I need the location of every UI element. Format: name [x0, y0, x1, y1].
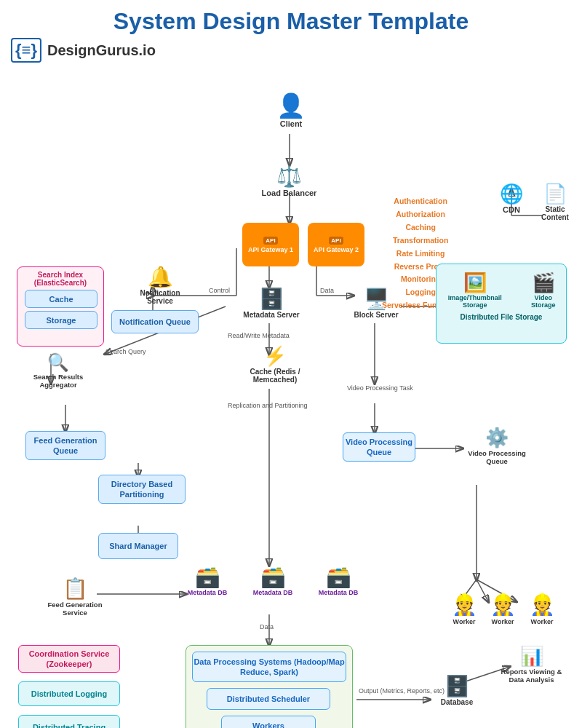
worker1-label: Worker [453, 618, 476, 625]
block-server-node: 🖥️ Block Server [347, 287, 405, 319]
cache-inner-box: Cache [25, 290, 97, 308]
data-processing-box: Data Processing Systems (Hadoop/Map Redu… [192, 652, 346, 682]
cache-inner-label: Cache [49, 294, 73, 304]
worker2-node: 👷 Worker [485, 593, 521, 625]
dir-partitioning-label: Directory Based Partitioning [99, 479, 185, 500]
search-results-node: 🔍 Search Results Aggregator [25, 352, 91, 389]
dist-file-storage-label: Distributed File Storage [436, 310, 566, 321]
database-node: 🗄️ Database [431, 674, 482, 706]
static-content-node: 📄 Static Content [533, 183, 577, 221]
load-balancer-label: Load Balancer [262, 189, 317, 197]
worker2-label: Worker [492, 618, 514, 625]
metadata-db2-node: 🗃️ Metadata DB [247, 565, 298, 596]
cdn-label: CDN [503, 205, 520, 214]
worker3-label: Worker [531, 618, 554, 625]
notification-queue-label: Notification Queue [119, 317, 191, 327]
dist-logging-box: Distributed Logging [18, 681, 120, 706]
logo-text: DesignGurus.io [47, 42, 156, 59]
cdn-node: 🌐 CDN [490, 183, 533, 214]
dist-logging-label: Distributed Logging [31, 689, 107, 699]
dist-file-storage-box: 🖼️ Image/Thumbnail Storage 🎬 Video Stora… [436, 264, 567, 344]
client-node: 👤 Client [269, 92, 313, 128]
read-write-metadata-label: Read/Write Metadata [228, 332, 290, 339]
metadata-db3-label: Metadata DB [319, 589, 359, 596]
data-warehouse-box: Data Processing Systems (Hadoop/Map Redu… [186, 645, 353, 728]
vp-queue-label: Video Processing Queue [343, 437, 415, 458]
video-storage-node: 🎬 Video Storage [525, 272, 562, 309]
feed-gen-service-label: Feed Generation Service [43, 601, 107, 617]
data-processing-label: Data Processing Systems (Hadoop/Map Redu… [193, 657, 346, 678]
cache-redis-label: Cache (Redis / Memcached) [242, 368, 308, 384]
metadata-db1-node: 🗃️ Metadata DB [182, 565, 233, 596]
metadata-server-label: Metadata Server [243, 311, 299, 319]
feed-gen-service-node: 📋 Feed Generation Service [43, 577, 107, 617]
control-label: Control [209, 287, 230, 294]
dw-workers-box: Workers [221, 716, 316, 728]
image-storage-node: 🖼️ Image/Thumbnail Storage [440, 272, 510, 309]
feed-gen-queue-label: Feed Generation Queue [26, 435, 105, 456]
coord-service-box: Coordination Service (Zookeeper) [18, 645, 120, 673]
load-balancer-node: ⚖️ Load Balancer [258, 165, 320, 197]
api-gw2-label: API Gateway 2 [314, 246, 359, 253]
search-index-box: Search Index (ElasticSearch) Cache Stora… [17, 266, 104, 347]
dist-scheduler-box: Distributed Scheduler [207, 688, 330, 710]
cache-redis-node: ⚡ Cache (Redis / Memcached) [242, 345, 308, 384]
notification-service-node: 🔔 Notification Service [127, 265, 193, 305]
reports-label: Reports Viewing & Data Analysis [497, 668, 566, 684]
api-gateway-1-node: API API Gateway 1 [242, 223, 299, 266]
page-title: System Design Master Template [11, 7, 571, 35]
dist-tracing-box: Distributed Tracing [18, 715, 120, 728]
feed-gen-queue-box: Feed Generation Queue [25, 431, 105, 460]
video-processing-queue-box: Video Processing Queue [343, 432, 415, 462]
notification-service-label: Notification Service [127, 289, 193, 305]
dir-partitioning-box: Directory Based Partitioning [98, 475, 186, 504]
reports-node: 📊 Reports Viewing & Data Analysis [497, 645, 566, 684]
block-server-label: Block Server [354, 311, 398, 319]
notification-queue-box: Notification Queue [111, 310, 199, 333]
vp-task-label: Video Processing Task [347, 384, 413, 392]
shard-manager-label: Shard Manager [109, 541, 167, 551]
data-label: Data [320, 287, 334, 294]
search-results-label: Search Results Aggregator [25, 373, 91, 389]
search-query-label: Search Query [105, 348, 146, 355]
shard-manager-box: Shard Manager [98, 533, 178, 559]
vp-queue-icon-node: ⚙️ Video Processing Queue [461, 427, 533, 465]
storage-inner-label: Storage [47, 315, 76, 325]
worker1-node: 👷 Worker [446, 593, 482, 625]
metadata-db3-node: 🗃️ Metadata DB [313, 565, 364, 596]
storage-inner-box: Storage [25, 311, 97, 329]
api-gw1-label: API Gateway 1 [248, 246, 293, 253]
metadata-db1-label: Metadata DB [188, 589, 228, 596]
dw-workers-label: Workers [252, 721, 284, 728]
client-label: Client [280, 119, 303, 128]
image-storage-label: Image/Thumbnail Storage [440, 294, 510, 309]
video-storage-label: Video Storage [525, 294, 562, 309]
dist-tracing-label: Distributed Tracing [33, 722, 105, 728]
coord-service-label: Coordination Service (Zookeeper) [19, 649, 119, 670]
dist-scheduler-label: Distributed Scheduler [227, 694, 310, 704]
metadata-server-node: 🗄️ Metadata Server [242, 287, 300, 319]
api-gateway-2-node: API API Gateway 2 [308, 223, 364, 266]
data-arrow-label: Data [260, 623, 274, 630]
vp-queue-icon-label: Video Processing Queue [461, 449, 533, 465]
logo-icon: {≡} [11, 38, 41, 63]
replication-label: Replication and Partitioning [228, 402, 308, 409]
database-label: Database [441, 698, 473, 706]
worker3-node: 👷 Worker [524, 593, 560, 625]
static-content-label: Static Content [533, 205, 577, 221]
search-index-label: Search Index (ElasticSearch) [17, 267, 103, 290]
metadata-db2-label: Metadata DB [253, 589, 293, 596]
